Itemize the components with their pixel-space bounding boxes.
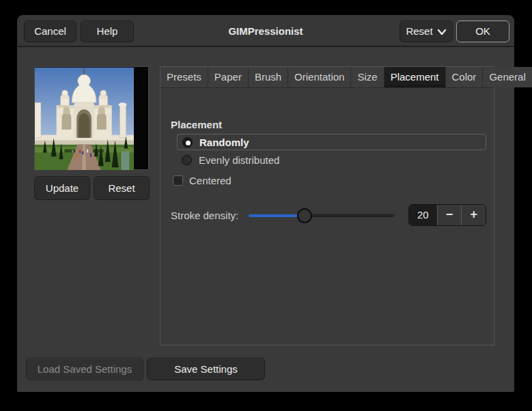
tab-presets[interactable]: Presets: [160, 67, 208, 87]
tab-color[interactable]: Color: [446, 67, 484, 87]
load-saved-settings-button[interactable]: Load Saved Settings: [26, 358, 143, 380]
header-bar: Cancel Help GIMPressionist Reset OK: [17, 15, 514, 47]
stroke-density-slider[interactable]: [249, 204, 394, 227]
stroke-density-label: Stroke density:: [171, 210, 238, 221]
radio-selected-icon[interactable]: [182, 137, 193, 147]
tab-size[interactable]: Size: [351, 67, 384, 87]
radio-label-evenly-distributed: Evenly distributed: [199, 154, 279, 166]
placement-heading: Placement: [171, 119, 222, 130]
preview-frame: [34, 66, 149, 170]
reset-menu-button[interactable]: Reset: [400, 20, 453, 42]
gimpressionist-dialog: Cancel Help GIMPressionist Reset OK: [17, 15, 514, 392]
stroke-density-spinbox: 20 − +: [408, 204, 486, 226]
tab-brush[interactable]: Brush: [249, 67, 288, 87]
taj-mahal-preview-image: [35, 67, 134, 171]
chevron-down-icon: [437, 29, 447, 36]
tab-bar: Presets Paper Brush Orientation Size Pla…: [160, 67, 494, 88]
stroke-density-slider-fill: [249, 214, 305, 217]
settings-notebook: Presets Paper Brush Orientation Size Pla…: [160, 66, 494, 345]
decrement-button[interactable]: −: [437, 205, 462, 225]
stroke-density-value-input[interactable]: 20: [409, 205, 437, 225]
preview-reset-button[interactable]: Reset: [94, 176, 150, 200]
increment-button[interactable]: +: [461, 205, 486, 225]
save-settings-button[interactable]: Save Settings: [147, 358, 265, 380]
stroke-density-row: Stroke density: 20 − +: [160, 204, 494, 227]
update-button[interactable]: Update: [34, 176, 90, 200]
centered-option[interactable]: Centered: [173, 173, 232, 187]
radio-option-evenly-distributed[interactable]: Evenly distributed: [177, 152, 486, 168]
radio-unselected-icon[interactable]: [182, 155, 192, 165]
placement-panel: Placement Randomly Evenly distributed Ce…: [160, 88, 494, 345]
checkbox-unchecked-icon[interactable]: [173, 175, 183, 186]
tab-general[interactable]: General: [483, 67, 532, 87]
radio-label-randomly: Randomly: [199, 137, 249, 148]
ok-button[interactable]: OK: [456, 20, 509, 42]
preview-letterbox: [134, 67, 148, 169]
tab-orientation[interactable]: Orientation: [288, 67, 351, 87]
reset-menu-label: Reset: [406, 25, 432, 37]
tab-paper[interactable]: Paper: [208, 67, 249, 87]
radio-option-randomly[interactable]: Randomly: [177, 134, 486, 150]
centered-label: Centered: [189, 175, 232, 186]
stroke-density-slider-handle[interactable]: [297, 208, 312, 223]
tab-placement[interactable]: Placement: [384, 67, 446, 87]
